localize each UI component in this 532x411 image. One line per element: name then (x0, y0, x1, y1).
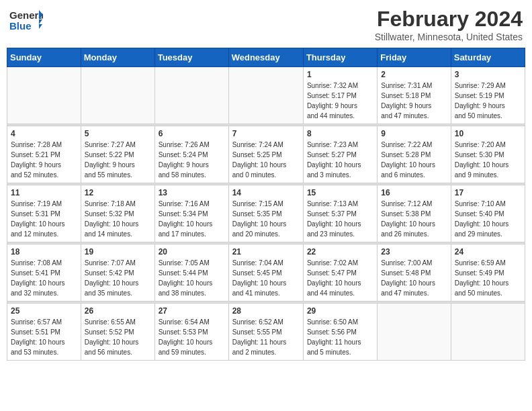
day-number: 29 (307, 306, 373, 316)
day-number: 5 (85, 129, 151, 138)
logo-svg: General Blue (9, 7, 43, 36)
day-info: Sunrise: 7:19 AMSunset: 5:31 PMDaylight:… (11, 199, 77, 239)
calendar-cell: 8Sunrise: 7:23 AMSunset: 5:27 PMDaylight… (303, 126, 377, 183)
day-info: Sunrise: 7:24 AMSunset: 5:25 PMDaylight:… (232, 140, 300, 180)
calendar-cell: 18Sunrise: 7:08 AMSunset: 5:41 PMDayligh… (7, 244, 81, 302)
calendar-table: SundayMondayTuesdayWednesdayThursdayFrid… (7, 48, 525, 361)
logo: General Blue (9, 7, 43, 36)
day-number: 15 (307, 188, 373, 197)
calendar-cell (378, 304, 451, 361)
day-number: 28 (232, 306, 300, 316)
day-info: Sunrise: 7:10 AMSunset: 5:40 PMDaylight:… (455, 199, 521, 239)
day-info: Sunrise: 7:20 AMSunset: 5:30 PMDaylight:… (455, 140, 521, 180)
day-number: 21 (232, 247, 300, 257)
calendar-cell: 10Sunrise: 7:20 AMSunset: 5:30 PMDayligh… (451, 126, 525, 183)
day-number: 6 (159, 129, 225, 138)
day-number: 8 (307, 129, 373, 138)
calendar-cell: 3Sunrise: 7:29 AMSunset: 5:19 PMDaylight… (451, 67, 525, 124)
day-info: Sunrise: 6:57 AMSunset: 5:51 PMDaylight:… (11, 317, 77, 357)
day-info: Sunrise: 7:04 AMSunset: 5:45 PMDaylight:… (232, 258, 300, 298)
day-number: 24 (455, 247, 521, 257)
calendar-cell: 7Sunrise: 7:24 AMSunset: 5:25 PMDaylight… (228, 126, 303, 183)
calendar-cell: 20Sunrise: 7:05 AMSunset: 5:44 PMDayligh… (154, 244, 228, 302)
day-info: Sunrise: 7:00 AMSunset: 5:48 PMDaylight:… (381, 258, 447, 298)
calendar-cell (228, 67, 303, 124)
calendar-week-row: 11Sunrise: 7:19 AMSunset: 5:31 PMDayligh… (7, 185, 525, 242)
calendar-cell: 2Sunrise: 7:31 AMSunset: 5:18 PMDaylight… (378, 67, 451, 124)
weekday-header-saturday: Saturday (451, 48, 525, 67)
calendar-cell: 15Sunrise: 7:13 AMSunset: 5:37 PMDayligh… (303, 185, 377, 242)
day-number: 19 (85, 247, 151, 257)
calendar-cell: 16Sunrise: 7:12 AMSunset: 5:38 PMDayligh… (378, 185, 451, 242)
calendar-week-row: 18Sunrise: 7:08 AMSunset: 5:41 PMDayligh… (7, 244, 525, 302)
day-number: 11 (11, 188, 77, 197)
page-header: General Blue February 2024 Stillwater, M… (7, 7, 525, 42)
day-number: 27 (159, 306, 225, 316)
calendar-cell (154, 67, 228, 124)
day-number: 7 (232, 129, 300, 138)
day-number: 9 (381, 129, 447, 138)
calendar-week-row: 4Sunrise: 7:28 AMSunset: 5:21 PMDaylight… (7, 126, 525, 183)
day-info: Sunrise: 7:18 AMSunset: 5:32 PMDaylight:… (85, 199, 151, 239)
day-info: Sunrise: 7:13 AMSunset: 5:37 PMDaylight:… (307, 199, 373, 239)
calendar-cell: 21Sunrise: 7:04 AMSunset: 5:45 PMDayligh… (228, 244, 303, 302)
weekday-header-monday: Monday (81, 48, 154, 67)
day-info: Sunrise: 6:59 AMSunset: 5:49 PMDaylight:… (455, 258, 521, 298)
day-info: Sunrise: 7:27 AMSunset: 5:22 PMDaylight:… (85, 140, 151, 180)
day-info: Sunrise: 7:32 AMSunset: 5:17 PMDaylight:… (307, 81, 373, 121)
day-info: Sunrise: 7:29 AMSunset: 5:19 PMDaylight:… (455, 81, 521, 121)
day-number: 17 (455, 188, 521, 197)
day-number: 14 (232, 188, 300, 197)
day-info: Sunrise: 6:54 AMSunset: 5:53 PMDaylight:… (159, 317, 225, 357)
day-number: 23 (381, 247, 447, 257)
calendar-cell: 19Sunrise: 7:07 AMSunset: 5:42 PMDayligh… (81, 244, 154, 302)
calendar-cell: 5Sunrise: 7:27 AMSunset: 5:22 PMDaylight… (81, 126, 154, 183)
calendar-cell: 14Sunrise: 7:15 AMSunset: 5:35 PMDayligh… (228, 185, 303, 242)
calendar-week-row: 25Sunrise: 6:57 AMSunset: 5:51 PMDayligh… (7, 304, 525, 361)
calendar-cell: 23Sunrise: 7:00 AMSunset: 5:48 PMDayligh… (378, 244, 451, 302)
calendar-cell: 12Sunrise: 7:18 AMSunset: 5:32 PMDayligh… (81, 185, 154, 242)
calendar-cell: 11Sunrise: 7:19 AMSunset: 5:31 PMDayligh… (7, 185, 81, 242)
weekday-header-friday: Friday (378, 48, 451, 67)
calendar-cell: 27Sunrise: 6:54 AMSunset: 5:53 PMDayligh… (154, 304, 228, 361)
weekday-header-row: SundayMondayTuesdayWednesdayThursdayFrid… (7, 48, 525, 67)
day-info: Sunrise: 7:08 AMSunset: 5:41 PMDaylight:… (11, 258, 77, 298)
calendar-week-row: 1Sunrise: 7:32 AMSunset: 5:17 PMDaylight… (7, 67, 525, 124)
day-number: 18 (11, 247, 77, 257)
day-info: Sunrise: 6:50 AMSunset: 5:56 PMDaylight:… (307, 317, 373, 357)
day-number: 12 (85, 188, 151, 197)
calendar-cell: 17Sunrise: 7:10 AMSunset: 5:40 PMDayligh… (451, 185, 525, 242)
day-info: Sunrise: 7:28 AMSunset: 5:21 PMDaylight:… (11, 140, 77, 180)
day-number: 22 (307, 247, 373, 257)
title-area: February 2024 Stillwater, Minnesota, Uni… (375, 7, 523, 42)
day-number: 20 (159, 247, 225, 257)
calendar-cell: 4Sunrise: 7:28 AMSunset: 5:21 PMDaylight… (7, 126, 81, 183)
weekday-header-wednesday: Wednesday (228, 48, 303, 67)
day-number: 25 (11, 306, 77, 316)
day-info: Sunrise: 7:02 AMSunset: 5:47 PMDaylight:… (307, 258, 373, 298)
day-info: Sunrise: 7:07 AMSunset: 5:42 PMDaylight:… (85, 258, 151, 298)
weekday-header-thursday: Thursday (303, 48, 377, 67)
day-info: Sunrise: 6:52 AMSunset: 5:55 PMDaylight:… (232, 317, 300, 357)
day-number: 13 (159, 188, 225, 197)
svg-text:Blue: Blue (9, 20, 32, 32)
calendar-cell: 9Sunrise: 7:22 AMSunset: 5:28 PMDaylight… (378, 126, 451, 183)
day-info: Sunrise: 7:15 AMSunset: 5:35 PMDaylight:… (232, 199, 300, 239)
calendar-cell: 25Sunrise: 6:57 AMSunset: 5:51 PMDayligh… (7, 304, 81, 361)
day-info: Sunrise: 7:26 AMSunset: 5:24 PMDaylight:… (159, 140, 225, 180)
day-info: Sunrise: 7:22 AMSunset: 5:28 PMDaylight:… (381, 140, 447, 180)
weekday-header-tuesday: Tuesday (154, 48, 228, 67)
calendar-cell: 13Sunrise: 7:16 AMSunset: 5:34 PMDayligh… (154, 185, 228, 242)
day-number: 1 (307, 70, 373, 79)
day-number: 4 (11, 129, 77, 138)
day-number: 3 (455, 70, 521, 79)
calendar-cell (451, 304, 525, 361)
weekday-header-sunday: Sunday (7, 48, 81, 67)
calendar-cell: 22Sunrise: 7:02 AMSunset: 5:47 PMDayligh… (303, 244, 377, 302)
day-info: Sunrise: 7:12 AMSunset: 5:38 PMDaylight:… (381, 199, 447, 239)
calendar-cell: 28Sunrise: 6:52 AMSunset: 5:55 PMDayligh… (228, 304, 303, 361)
calendar-cell: 6Sunrise: 7:26 AMSunset: 5:24 PMDaylight… (154, 126, 228, 183)
day-number: 2 (381, 70, 447, 79)
day-info: Sunrise: 7:31 AMSunset: 5:18 PMDaylight:… (381, 81, 447, 121)
day-info: Sunrise: 7:16 AMSunset: 5:34 PMDaylight:… (159, 199, 225, 239)
